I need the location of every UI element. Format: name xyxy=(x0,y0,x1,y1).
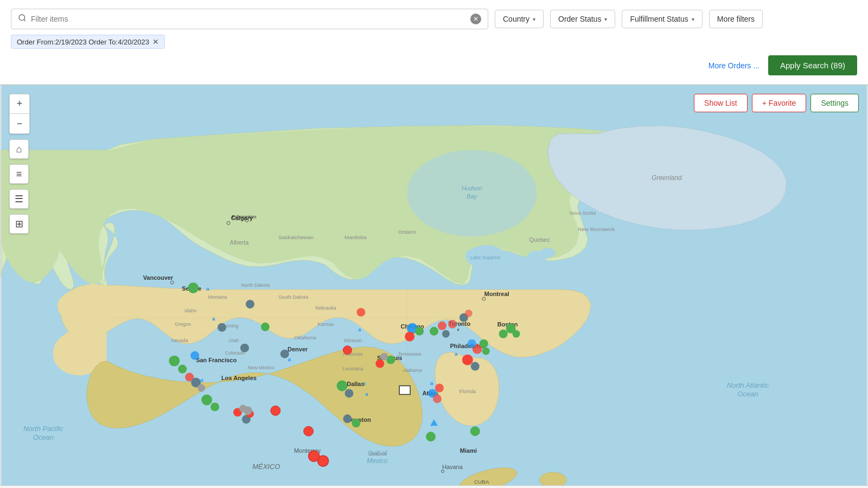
search-icon xyxy=(18,14,27,24)
fulfillment-status-filter-button[interactable]: Fulfillment Status ▾ xyxy=(622,10,702,28)
svg-point-126 xyxy=(435,384,444,393)
svg-text:Utah: Utah xyxy=(229,338,239,343)
filter-tag-text: Order From:2/19/2023 Order To:4/20/2023 xyxy=(17,38,149,46)
svg-point-105 xyxy=(343,414,352,423)
svg-point-140 xyxy=(465,310,473,317)
svg-text:a: a xyxy=(455,351,458,357)
order-status-filter-label: Order Status xyxy=(558,15,601,23)
more-filters-button[interactable]: More filters xyxy=(709,10,763,28)
svg-point-85 xyxy=(190,351,199,360)
svg-text:Idaho: Idaho xyxy=(184,308,196,313)
map-controls: + − ⌂ ≡ ☰ ⊞ xyxy=(9,94,30,234)
svg-text:Edmonton: Edmonton xyxy=(232,214,256,220)
svg-point-103 xyxy=(336,381,347,391)
svg-point-0 xyxy=(19,15,25,21)
svg-point-118 xyxy=(430,327,438,336)
chevron-down-icon: ▾ xyxy=(533,16,535,22)
svg-point-17 xyxy=(540,248,555,258)
map-background: North Pacific Ocean North Atlantic Ocean… xyxy=(1,85,867,485)
svg-point-81 xyxy=(246,300,254,309)
svg-point-92 xyxy=(197,384,205,392)
country-filter-button[interactable]: Country ▾ xyxy=(495,10,544,28)
svg-point-120 xyxy=(442,330,450,338)
svg-point-106 xyxy=(352,419,360,427)
clear-search-button[interactable]: ✕ xyxy=(470,14,481,24)
svg-point-127 xyxy=(433,394,442,403)
svg-text:a: a xyxy=(430,381,433,387)
svg-text:Nebraska: Nebraska xyxy=(315,305,336,311)
svg-point-137 xyxy=(482,348,490,355)
svg-text:North Dakota: North Dakota xyxy=(241,282,270,288)
svg-text:Bay: Bay xyxy=(467,193,477,200)
svg-text:Ocean: Ocean xyxy=(737,390,758,398)
svg-text:Montana: Montana xyxy=(208,294,227,300)
grid-button[interactable]: ⊞ xyxy=(9,214,29,234)
svg-point-143 xyxy=(426,432,436,441)
svg-text:Ontario: Ontario xyxy=(369,451,387,457)
svg-point-104 xyxy=(344,389,353,397)
fulfillment-status-filter-label: Fulfillment Status xyxy=(630,15,688,23)
svg-text:Ocean: Ocean xyxy=(33,433,54,441)
layers-button[interactable]: ≡ xyxy=(9,164,29,184)
svg-text:North Pacific: North Pacific xyxy=(23,425,63,433)
svg-text:Oklahoma: Oklahoma xyxy=(294,335,316,341)
svg-text:Oregon: Oregon xyxy=(175,322,191,327)
svg-text:CUBA: CUBA xyxy=(474,479,489,485)
action-row: More Orders ... Apply Search (89) xyxy=(11,55,857,75)
svg-text:New Mexico: New Mexico xyxy=(247,365,274,370)
home-button[interactable]: ⌂ xyxy=(9,139,29,159)
svg-point-132 xyxy=(513,330,520,338)
settings-button[interactable]: Settings xyxy=(810,94,859,112)
svg-line-1 xyxy=(24,20,25,21)
svg-text:a: a xyxy=(288,356,291,362)
svg-point-128 xyxy=(462,355,473,365)
svg-point-139 xyxy=(448,320,457,329)
svg-point-129 xyxy=(471,362,480,371)
svg-text:Manitoba: Manitoba xyxy=(344,234,367,240)
country-filter-label: Country xyxy=(503,15,529,23)
remove-filter-button[interactable]: ✕ xyxy=(152,37,159,46)
svg-point-144 xyxy=(470,426,480,436)
svg-text:a: a xyxy=(362,381,366,387)
filter-panel: ✕ Country ▾ Order Status ▾ Fulfillment S… xyxy=(0,0,868,85)
svg-point-87 xyxy=(169,356,180,367)
zoom-in-button[interactable]: + xyxy=(10,94,29,114)
svg-point-93 xyxy=(201,394,212,405)
svg-text:Vancouver: Vancouver xyxy=(143,274,174,281)
svg-text:New Brunswick: New Brunswick xyxy=(578,226,615,232)
svg-text:Ontario: Ontario xyxy=(398,229,416,235)
chevron-down-icon: ▾ xyxy=(692,16,694,22)
apply-search-button[interactable]: Apply Search (89) xyxy=(768,55,857,75)
svg-text:MÉXICO: MÉXICO xyxy=(252,463,280,471)
svg-point-123 xyxy=(380,353,388,361)
menu-button[interactable]: ☰ xyxy=(9,189,29,209)
map-action-buttons: Show List + Favorite Settings xyxy=(694,94,859,112)
svg-point-135 xyxy=(480,339,488,348)
show-list-button[interactable]: Show List xyxy=(694,94,748,112)
order-status-filter-button[interactable]: Order Status ▾ xyxy=(550,10,615,28)
favorite-button[interactable]: + Favorite xyxy=(752,94,807,112)
more-filters-label: More filters xyxy=(717,15,755,23)
zoom-out-button[interactable]: − xyxy=(10,114,29,133)
svg-text:a: a xyxy=(200,377,203,383)
more-orders-link[interactable]: More Orders ... xyxy=(709,61,760,70)
svg-point-101 xyxy=(240,344,249,352)
svg-text:Los Angeles: Los Angeles xyxy=(221,375,257,381)
search-input[interactable] xyxy=(31,15,470,23)
svg-text:North Atlantic: North Atlantic xyxy=(727,381,769,389)
svg-point-131 xyxy=(499,330,508,338)
svg-text:San Francisco: San Francisco xyxy=(196,357,237,363)
svg-text:Missouri: Missouri xyxy=(344,338,362,343)
svg-point-102 xyxy=(244,406,252,415)
svg-text:Mexico: Mexico xyxy=(367,457,387,465)
svg-text:Hudson: Hudson xyxy=(462,185,482,191)
svg-point-82 xyxy=(261,323,270,331)
svg-point-79 xyxy=(188,282,199,293)
svg-text:Montreal: Montreal xyxy=(484,291,509,297)
svg-text:Nevada: Nevada xyxy=(171,338,188,343)
svg-text:Miami: Miami xyxy=(460,447,477,454)
svg-point-122 xyxy=(375,359,384,368)
svg-rect-141 xyxy=(399,386,410,394)
active-filter-tag: Order From:2/19/2023 Order To:4/20/2023 … xyxy=(11,35,165,49)
svg-text:a: a xyxy=(365,391,368,397)
